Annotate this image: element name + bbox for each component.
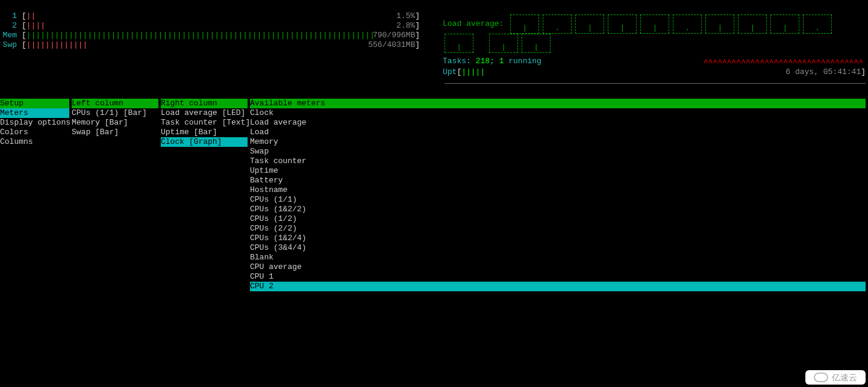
- avail-item[interactable]: CPU average: [250, 262, 866, 272]
- avail-item[interactable]: CPUs (1&2/4): [250, 234, 866, 243]
- watermark: 亿速云: [805, 370, 866, 385]
- uptime-row: Upt[||||| 6 days, 05:41:41]: [443, 67, 866, 77]
- setup-item[interactable]: Colors: [0, 128, 69, 137]
- available-meters-column: Available meters ClockLoad averageLoadMe…: [250, 99, 866, 291]
- setup-item[interactable]: Columns: [0, 137, 69, 147]
- avail-item[interactable]: CPUs (1&2/2): [250, 205, 866, 214]
- avail-item[interactable]: CPUs (1/1): [250, 195, 866, 205]
- mem-value: 790/996MB: [373, 31, 415, 40]
- left-item[interactable]: CPUs (1/1) [Bar]: [72, 108, 158, 118]
- cpu1-label: 1: [1, 11, 17, 21]
- avail-item[interactable]: Blank: [250, 253, 866, 262]
- right-item[interactable]: Uptime [Bar]: [161, 128, 248, 137]
- avail-item[interactable]: Hostname: [250, 185, 866, 195]
- right-item[interactable]: Clock [Graph]: [161, 137, 248, 147]
- divider: [445, 83, 866, 84]
- avail-item[interactable]: Memory: [250, 137, 866, 147]
- avail-item[interactable]: CPUs (2/2): [250, 224, 866, 234]
- left-header: Left column: [72, 99, 158, 108]
- cpu2-label: 2: [1, 21, 17, 31]
- meters-panel: 1 [ || 1.5%] 2 [ |||| 2.8%] Mem [ ||||||…: [1, 11, 420, 50]
- swp-meter: Swp [ ||||||||||||| 556/4031MB]: [1, 40, 420, 50]
- avail-item[interactable]: Task counter: [250, 156, 866, 166]
- setup-item[interactable]: Meters: [0, 108, 69, 118]
- mem-bar: ||||||||||||||||||||||||||||||||||||||||…: [27, 31, 373, 40]
- avail-item[interactable]: Uptime: [250, 166, 866, 176]
- swp-value: 556/4031MB: [368, 40, 415, 49]
- swp-label: Swp: [1, 40, 17, 50]
- avail-item[interactable]: Clock: [250, 108, 866, 118]
- setup-panel: Setup MetersDisplay optionsColorsColumns…: [0, 99, 868, 291]
- available-header: Available meters: [250, 99, 866, 108]
- setup-header: Setup: [0, 99, 69, 108]
- setup-item[interactable]: Display options: [0, 118, 69, 128]
- avail-item[interactable]: CPU 1: [250, 272, 866, 282]
- cpu1-value: 1.5%: [396, 11, 415, 20]
- avail-item[interactable]: Load average: [250, 118, 866, 128]
- tasks-count: 218: [476, 57, 490, 66]
- tasks-label: Tasks:: [443, 57, 476, 66]
- mem-label: Mem: [1, 31, 17, 40]
- uptime-label: Upt: [443, 67, 457, 77]
- mem-meter: Mem [ ||||||||||||||||||||||||||||||||||…: [1, 31, 420, 40]
- right-column: Right column Load average [LED]Task coun…: [161, 99, 248, 147]
- red-warning-bar: ^^^^^^^^^^^^^^^^^^^^^^^^^^^^^^^^^^: [704, 58, 863, 68]
- right-item[interactable]: Task counter [Text]: [161, 118, 248, 128]
- avail-item[interactable]: CPUs (1/2): [250, 214, 866, 224]
- right-item[interactable]: Load average [LED]: [161, 108, 248, 118]
- cpu1-bar: ||: [27, 11, 396, 21]
- uptime-bar: |||||: [461, 67, 485, 77]
- uptime-value: 6 days, 05:41:41: [785, 67, 861, 76]
- cloud-icon: [814, 373, 828, 382]
- setup-column: Setup MetersDisplay optionsColorsColumns: [0, 99, 69, 147]
- avail-item[interactable]: CPU 2: [250, 282, 866, 291]
- cpu2-bar: ||||: [27, 21, 396, 31]
- left-item[interactable]: Swap [Bar]: [72, 128, 158, 137]
- cpu1-meter: 1 [ || 1.5%]: [1, 11, 420, 21]
- avail-item[interactable]: CPUs (3&4/4): [250, 243, 866, 253]
- left-column: Left column CPUs (1/1) [Bar]Memory [Bar]…: [72, 99, 158, 137]
- cpu2-meter: 2 [ |||| 2.8%]: [1, 21, 420, 31]
- load-average-row: Load average: |.|||.|||.|||: [443, 14, 866, 53]
- avail-item[interactable]: Swap: [250, 147, 866, 156]
- swp-bar: |||||||||||||: [27, 40, 368, 50]
- avail-item[interactable]: Battery: [250, 176, 866, 185]
- avail-item[interactable]: Load: [250, 128, 866, 137]
- cpu2-value: 2.8%: [396, 21, 415, 30]
- left-item[interactable]: Memory [Bar]: [72, 118, 158, 128]
- right-header: Right column: [161, 99, 248, 108]
- load-average-label: Load average:: [443, 19, 504, 28]
